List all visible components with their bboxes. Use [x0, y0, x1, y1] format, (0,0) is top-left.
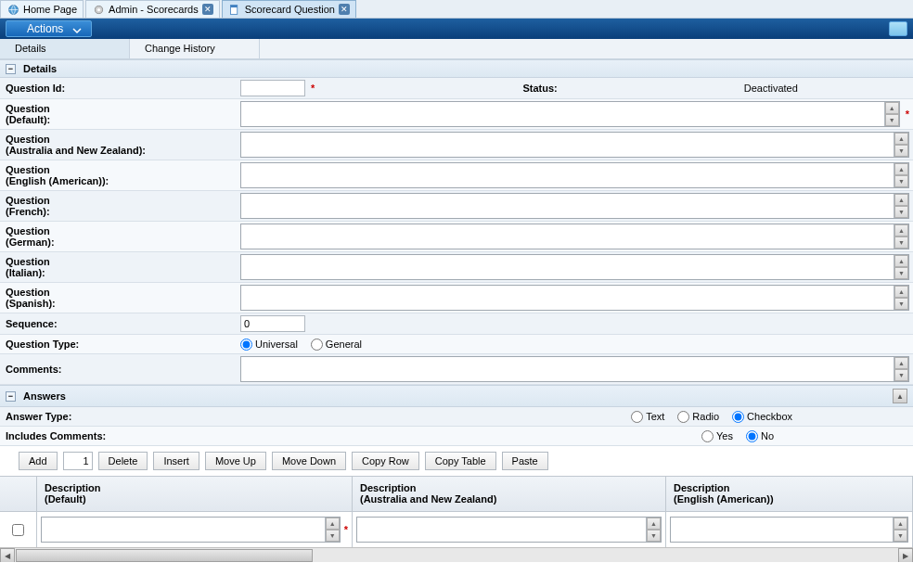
textarea-q-it[interactable]: ▲▼ — [240, 254, 909, 280]
col-header-anz: Description (Australia and New Zealand) — [353, 477, 665, 512]
h-scrollbar[interactable]: ◀ ▶ — [0, 547, 913, 562]
collapse-icon[interactable]: − — [6, 391, 16, 402]
spin-down-icon[interactable]: ▼ — [326, 530, 340, 542]
paste-button[interactable]: Paste — [502, 452, 548, 470]
textarea-desc-en-us[interactable]: ▲▼ — [670, 517, 908, 543]
radio-qtype-universal[interactable]: Universal — [240, 339, 298, 351]
scroll-thumb[interactable] — [16, 549, 313, 562]
label-q-es: Question (Spanish): — [0, 283, 237, 313]
desc-toolbar: Add Delete Insert Move Up Move Down Copy… — [0, 446, 913, 476]
row-comments: Comments: ▲▼ — [0, 354, 913, 385]
tab-home[interactable]: Home Page — [0, 0, 84, 18]
row-qtype: Question Type: Universal General — [0, 335, 913, 354]
spin-down-icon[interactable]: ▼ — [894, 267, 908, 279]
tab-admin-scorecards[interactable]: Admin - Scorecards ✕ — [85, 0, 220, 18]
label-includes-comments: Includes Comments: — [0, 427, 139, 445]
col-checkbox-header — [0, 477, 36, 512]
spin-down-icon[interactable]: ▼ — [894, 236, 908, 249]
spin-down-icon[interactable]: ▼ — [894, 298, 908, 310]
textarea-comments[interactable]: ▲▼ — [240, 356, 909, 382]
panel-toggle[interactable] — [889, 21, 907, 36]
radio-ans-radio[interactable]: Radio — [677, 411, 719, 423]
scroll-left-icon[interactable]: ◀ — [0, 548, 15, 562]
spin-up-icon[interactable]: ▲ — [326, 518, 340, 530]
row-q-default: Question (Default): ▲▼ * — [0, 99, 913, 130]
input-sequence[interactable] — [240, 315, 305, 332]
textarea-q-en-us[interactable]: ▲▼ — [240, 162, 909, 188]
required-marker: * — [344, 524, 348, 535]
spin-down-icon[interactable]: ▼ — [647, 530, 661, 542]
textarea-q-es[interactable]: ▲▼ — [240, 285, 909, 311]
spin-down-icon[interactable]: ▼ — [894, 369, 908, 381]
spin-up-icon[interactable]: ▲ — [894, 163, 908, 175]
chevron-down-icon — [72, 25, 82, 38]
spin-down-icon[interactable]: ▼ — [894, 206, 908, 218]
close-icon[interactable]: ✕ — [339, 4, 350, 15]
textarea-desc-default[interactable]: ▲▼ — [41, 517, 341, 543]
label-q-it: Question (Italian): — [0, 252, 237, 282]
spin-up-icon[interactable]: ▲ — [894, 286, 908, 298]
label-q-en-us: Question (English (American)): — [0, 160, 237, 190]
actions-menu-button[interactable]: Actions — [6, 20, 92, 37]
label-q-anz: Question (Australia and New Zealand): — [0, 130, 237, 160]
required-marker: * — [906, 109, 909, 120]
textarea-q-default[interactable]: ▲▼ — [240, 101, 900, 127]
required-marker: * — [311, 83, 315, 94]
spin-up-icon[interactable]: ▲ — [894, 255, 908, 267]
label-qtype: Question Type: — [0, 335, 237, 353]
spin-up-icon[interactable]: ▲ — [647, 518, 661, 530]
gear-icon — [92, 3, 105, 16]
row-question-id: Question Id: * Status: Deactivated — [0, 78, 913, 99]
radio-ans-text[interactable]: Text — [631, 411, 664, 423]
row-q-es: Question (Spanish): ▲▼ — [0, 283, 913, 313]
spin-down-icon[interactable]: ▼ — [894, 530, 907, 542]
row-checkbox[interactable] — [12, 524, 24, 536]
row-includes-comments: Includes Comments: Yes No — [0, 427, 913, 446]
row-q-it: Question (Italian): ▲▼ — [0, 252, 913, 283]
input-question-id[interactable] — [240, 80, 305, 96]
copytable-button[interactable]: Copy Table — [425, 452, 496, 470]
textarea-q-fr[interactable]: ▲▼ — [240, 193, 909, 219]
tab-label: Home Page — [23, 4, 77, 15]
insert-button[interactable]: Insert — [153, 452, 199, 470]
value-status: Deactivated — [629, 78, 914, 98]
delete-button[interactable]: Delete — [98, 452, 148, 470]
row-q-de: Question (German): ▲▼ — [0, 222, 913, 252]
textarea-desc-anz[interactable]: ▲▼ — [356, 517, 662, 543]
movedown-button[interactable]: Move Down — [272, 452, 346, 470]
textarea-q-de[interactable]: ▲▼ — [240, 224, 909, 249]
textarea-q-anz[interactable]: ▲▼ — [240, 132, 909, 158]
section-title: Answers — [23, 390, 66, 402]
label-q-fr: Question (French): — [0, 191, 237, 221]
radio-ans-checkbox[interactable]: Checkbox — [732, 411, 792, 423]
subtab-change-history[interactable]: Change History — [130, 39, 260, 58]
scroll-right-icon[interactable]: ▶ — [898, 548, 913, 562]
spin-up-icon[interactable]: ▲ — [894, 194, 908, 206]
window-tabs: Home Page Admin - Scorecards ✕ Scorecard… — [0, 0, 913, 19]
spin-up-icon[interactable]: ▲ — [894, 518, 907, 530]
spin-down-icon[interactable]: ▼ — [885, 114, 899, 126]
spin-up-icon[interactable]: ▲ — [885, 102, 899, 114]
spin-down-icon[interactable]: ▼ — [894, 145, 908, 157]
collapse-icon[interactable]: − — [6, 64, 16, 74]
spin-down-icon[interactable]: ▼ — [894, 175, 908, 187]
radio-inc-yes[interactable]: Yes — [701, 430, 733, 442]
row-answer-type: Answer Type: Text Radio Checkbox — [0, 407, 913, 427]
moveup-button[interactable]: Move Up — [205, 452, 266, 470]
spin-up-icon[interactable]: ▲ — [894, 357, 908, 369]
subtab-details[interactable]: Details — [0, 39, 130, 58]
col-header-en-us: Description (English (American)) — [666, 477, 912, 512]
subtabs: Details Change History — [0, 39, 913, 59]
spin-up-icon[interactable]: ▲ — [894, 224, 908, 236]
scroll-up-icon[interactable]: ▲ — [893, 389, 907, 403]
tab-scorecard-question[interactable]: Scorecard Question ✕ — [222, 0, 356, 18]
add-count-input[interactable] — [63, 452, 93, 470]
svg-point-2 — [96, 7, 99, 10]
add-button[interactable]: Add — [19, 452, 58, 470]
close-icon[interactable]: ✕ — [202, 4, 213, 15]
radio-inc-no[interactable]: No — [746, 430, 774, 442]
spin-up-icon[interactable]: ▲ — [894, 133, 908, 145]
radio-qtype-general[interactable]: General — [311, 339, 362, 351]
actions-label: Actions — [27, 22, 63, 35]
copyrow-button[interactable]: Copy Row — [352, 452, 419, 470]
